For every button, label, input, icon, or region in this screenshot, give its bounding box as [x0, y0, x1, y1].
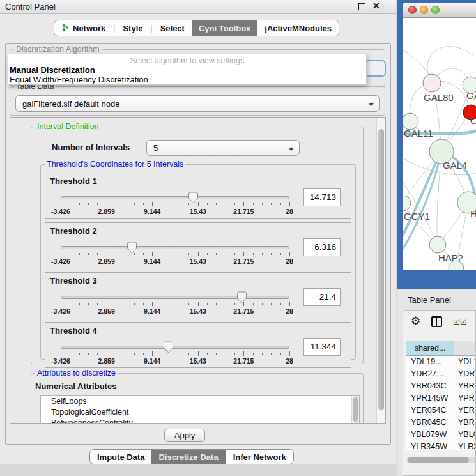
cell-shared-name: YBR043C — [406, 380, 454, 392]
tick-label: 2.859 — [98, 357, 114, 365]
tick-label: 28 — [286, 257, 293, 265]
tick-label: 21.715 — [233, 307, 254, 315]
number-of-intervals-combobox[interactable]: 5 — [146, 140, 300, 156]
mac-close-icon[interactable] — [408, 6, 417, 14]
split-columns-icon[interactable] — [431, 316, 442, 327]
threshold-value-field[interactable]: 14.713 — [303, 188, 341, 206]
algorithm-option-manual-discretization[interactable]: Manual Discretization — [8, 65, 366, 75]
table-row[interactable]: YBR043CYBR0 — [406, 380, 476, 392]
node-label: GCY1 — [404, 211, 430, 222]
table-row[interactable]: YDL19...YDL1 — [406, 356, 476, 368]
slider-track[interactable] — [61, 246, 289, 249]
tab-label: Infer Network — [233, 452, 286, 462]
threshold-row-2: Threshold 2-3.4262.8599.14415.4321.71528… — [45, 222, 351, 268]
scrollbar-thumb[interactable] — [378, 129, 384, 410]
table-data-combobox[interactable]: galFiltered.sif default node — [15, 95, 380, 112]
combo-arrows-icon — [288, 143, 294, 155]
table-data-selected: galFiltered.sif default node — [22, 99, 119, 109]
tick-label: -3.426 — [51, 257, 70, 265]
numerical-attributes-list[interactable]: SelfLoopsTopologicalCoefficientBetweenne… — [40, 395, 360, 424]
bottom-tab-bar: Impute DataDiscretize DataInfer Network — [89, 449, 294, 464]
list-item-betweennesscentrality[interactable]: BetweennessCentrality — [41, 418, 359, 424]
table-row[interactable]: YBR045CYBR0 — [406, 417, 476, 429]
tick-label: -3.426 — [51, 208, 70, 215]
combo-arrows-icon — [368, 98, 374, 110]
table-row[interactable]: YPR145WYPR1 — [406, 392, 476, 404]
tick-label: 9.144 — [144, 307, 160, 315]
slider-track[interactable] — [61, 296, 289, 299]
tab-jactivemnodules[interactable]: jActiveMNodules — [257, 20, 339, 36]
threshold-label: Threshold 3 — [50, 276, 97, 286]
mac-minimize-icon[interactable] — [420, 6, 428, 14]
cell-name: YBR0 — [454, 380, 476, 392]
checkboxes-icon[interactable]: ☑☑ — [453, 318, 467, 326]
tab-network[interactable]: Network — [54, 20, 112, 36]
cell-name: YBR0 — [454, 417, 476, 429]
table-row[interactable]: YBL079WYBL0 — [406, 429, 476, 441]
scrollbar-thumb[interactable] — [408, 457, 469, 463]
node-label: GA — [466, 90, 476, 101]
mac-zoom-icon[interactable] — [431, 6, 440, 14]
horizontal-scrollbar[interactable] — [406, 457, 475, 463]
node-label: C — [470, 115, 476, 126]
slider-track[interactable] — [61, 346, 289, 349]
list-item-topologicalcoefficient[interactable]: TopologicalCoefficient — [41, 407, 359, 418]
column-header-1[interactable]: shared... — [406, 341, 454, 356]
threshold-label: Threshold 4 — [50, 326, 97, 335]
threshold-slider[interactable]: -3.4262.8599.14415.4321.71528 — [61, 241, 289, 266]
table-row[interactable]: YER054CYER0 — [406, 404, 476, 417]
tab-select[interactable]: Select — [153, 20, 192, 36]
tab-infer-network[interactable]: Infer Network — [226, 450, 293, 464]
table-panel-title: Table Panel — [408, 295, 451, 305]
tab-discretize-data[interactable]: Discretize Data — [151, 450, 225, 464]
node-label: HAP2 — [438, 252, 463, 263]
tab-style[interactable]: Style — [116, 20, 150, 36]
cell-shared-name: YBL079W — [406, 429, 454, 441]
settings-scroll-area: Interval Definition Number of Intervals … — [10, 117, 386, 424]
list-item-selfloops[interactable]: SelfLoops — [41, 396, 359, 407]
threshold-slider[interactable]: -3.4262.8599.14415.4321.71528 — [61, 341, 289, 366]
thresholds-group: Threshold's Coordinates for 5 Intervals … — [40, 164, 356, 360]
threshold-value-field[interactable]: 21.4 — [303, 288, 341, 306]
cell-shared-name: YDL19... — [406, 356, 454, 368]
threshold-value-field[interactable]: 11.344 — [303, 338, 341, 356]
threshold-slider[interactable]: -3.4262.8599.14415.4321.71528 — [61, 191, 289, 217]
tab-impute-data[interactable]: Impute Data — [90, 450, 151, 464]
node-table[interactable]: shared...na YDL19...YDL1YDR27...YDR2YBR0… — [406, 341, 476, 450]
cell-name: YPR1 — [454, 392, 476, 404]
apply-button[interactable]: Apply — [164, 429, 205, 442]
gear-icon[interactable]: ⚙ — [411, 314, 420, 328]
tick-label: 28 — [286, 307, 293, 315]
close-icon[interactable]: ✕ — [372, 1, 380, 11]
vertical-scrollbar[interactable] — [376, 118, 385, 423]
tick-label: 21.715 — [233, 257, 254, 265]
float-window-icon[interactable] — [358, 3, 365, 10]
table-row[interactable]: YLR345WYLR3 — [406, 441, 476, 450]
tab-label: Select — [160, 24, 185, 33]
node-label: GAL80 — [424, 92, 454, 103]
node-label: H — [470, 208, 476, 219]
tick-label: 9.144 — [144, 357, 160, 365]
slider-track[interactable] — [61, 196, 289, 199]
network-node[interactable] — [423, 74, 441, 92]
algorithm-combobox[interactable] — [365, 60, 386, 77]
threshold-value-field[interactable]: 6.316 — [303, 238, 341, 256]
cell-name: YDL1 — [454, 356, 476, 368]
network-canvas[interactable]: GAL80GACGAL11GAL4GCY1HHAP2 — [403, 18, 476, 270]
tick-label: -3.426 — [51, 307, 70, 315]
threshold-slider[interactable]: -3.4262.8599.14415.4321.71528 — [61, 291, 289, 316]
list-scrollbar[interactable] — [351, 396, 359, 424]
tab-label: jActiveMNodules — [265, 24, 332, 33]
network-node[interactable] — [429, 236, 446, 253]
cell-name: YDR2 — [454, 368, 476, 380]
tab-cyni-toolbox[interactable]: Cyni Toolbox — [192, 20, 257, 36]
algorithm-option-equal-width-frequency-discretization[interactable]: Equal Width/Frequency Discretization — [8, 75, 366, 84]
tick-label: 21.715 — [233, 357, 254, 365]
numerical-attributes-label: Numerical Attributes — [35, 381, 116, 391]
column-header-2[interactable]: na — [454, 341, 476, 356]
network-node[interactable] — [403, 196, 411, 211]
tick-label: 15.43 — [190, 307, 206, 315]
table-row[interactable]: YDR27...YDR2 — [406, 368, 476, 380]
interval-definition-title: Interval Definition — [35, 122, 101, 131]
cell-name: YER0 — [454, 404, 476, 417]
